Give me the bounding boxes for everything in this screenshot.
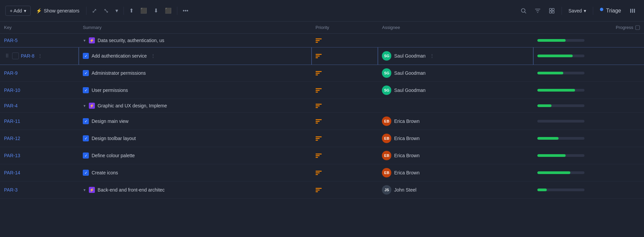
priority-bar-top xyxy=(316,71,322,72)
key-cell: PAR-12 xyxy=(0,130,79,147)
svg-rect-4 xyxy=(549,11,551,13)
more-options-button[interactable]: ••• xyxy=(180,6,191,16)
expand-arrow[interactable]: ▼ xyxy=(83,39,86,42)
view-options-button[interactable] xyxy=(546,6,558,16)
summary-cell: ▼ ⚡ Graphic and UX design, Impleme xyxy=(79,99,312,113)
avatar: SG xyxy=(382,86,391,95)
more-icon: ••• xyxy=(183,8,188,14)
key-text[interactable]: PAR-10 xyxy=(4,88,20,93)
download-icon: ⬇ xyxy=(154,7,158,14)
assignee-name: Erica Brown xyxy=(394,153,419,158)
task-icon: ✓ xyxy=(83,118,89,124)
assignee-cell: SG Saul Goodman ⋮ xyxy=(378,47,533,65)
show-generators-button[interactable]: ⚡ Show generators xyxy=(32,6,83,15)
table-row: PAR-10 ✓ User permissions SG xyxy=(0,82,644,99)
key-text[interactable]: PAR-14 xyxy=(4,170,20,175)
progress-cell xyxy=(533,113,644,130)
table-row: ⠿ PAR-8 ⋮ ✓ Add authentication service ⋮ xyxy=(0,47,644,65)
priority-bars xyxy=(316,188,322,192)
download-button[interactable]: ⬇ xyxy=(151,5,161,16)
upload-button[interactable]: ⬆ xyxy=(127,5,136,16)
progress-bar-fill xyxy=(537,55,573,57)
dropdown-button[interactable]: ▾ xyxy=(113,5,121,16)
priority-cell xyxy=(312,181,378,199)
summary-text[interactable]: Design toolbar layout xyxy=(92,136,136,141)
summary-text[interactable]: Define colour palette xyxy=(92,153,135,158)
toolbar-left: + Add ▾ ⚡ Show generators ⤢ ⤡ ▾ ⬆ xyxy=(5,5,515,16)
summary-text[interactable]: Create icons xyxy=(92,170,118,175)
separator-1 xyxy=(86,7,86,15)
key-cell-content: PAR-13 xyxy=(4,153,75,158)
priority-bar-mid xyxy=(316,56,320,57)
priority-bars xyxy=(316,71,322,75)
svg-rect-8 xyxy=(634,9,635,13)
key-cell-content: PAR-3 xyxy=(4,187,75,193)
summary-text[interactable]: Add authentication service xyxy=(92,53,147,59)
filter-table-button[interactable]: ⬛ xyxy=(138,5,150,16)
key-text[interactable]: PAR-12 xyxy=(4,136,20,141)
assignee-cell: SG Saul Goodman xyxy=(378,82,533,99)
priority-bars xyxy=(316,54,322,58)
summary-cell-content: ✓ Define colour palette xyxy=(83,153,308,159)
col-header-assignee: Assignee xyxy=(378,22,533,34)
drag-handle[interactable]: ⠿ xyxy=(4,52,10,60)
priority-bar-top xyxy=(316,188,322,189)
avatar: EB xyxy=(382,151,391,160)
avatar: EB xyxy=(382,134,391,143)
add-button[interactable]: + Add ▾ xyxy=(5,6,31,16)
col-header-summary: Summary xyxy=(79,22,312,34)
table-view-button[interactable]: ⬛ xyxy=(162,5,174,16)
epic-icon: ⚡ xyxy=(89,187,95,193)
triage-section: Triage xyxy=(597,8,624,14)
key-text[interactable]: PAR-11 xyxy=(4,118,20,124)
search-button[interactable] xyxy=(518,6,529,16)
priority-bars xyxy=(316,38,322,43)
assignee-more-icon[interactable]: ⋮ xyxy=(428,52,436,60)
add-label: + Add xyxy=(10,8,22,13)
avatar: EB xyxy=(382,116,391,126)
priority-bars xyxy=(316,171,322,175)
compress-button[interactable]: ⤡ xyxy=(101,5,111,16)
assignee-cell-content: EB Erica Brown xyxy=(382,168,529,177)
saved-button[interactable]: Saved ▾ xyxy=(566,6,589,15)
bars-button[interactable] xyxy=(627,5,639,16)
separator-4 xyxy=(562,7,562,15)
summary-text[interactable]: Design main view xyxy=(92,118,129,124)
progress-bar-container xyxy=(537,189,584,191)
expand-arrow[interactable]: ▼ xyxy=(83,188,86,192)
progress-cell xyxy=(533,130,644,147)
priority-bar-bot xyxy=(316,157,318,158)
key-cell-content: PAR-4 xyxy=(4,103,75,108)
progress-bar-fill xyxy=(537,154,566,157)
key-text[interactable]: PAR-4 xyxy=(4,103,17,108)
key-cell-content: PAR-12 xyxy=(4,136,75,141)
key-text[interactable]: PAR-5 xyxy=(4,38,17,43)
add-dropdown-icon: ▾ xyxy=(24,8,26,13)
key-text[interactable]: PAR-9 xyxy=(4,70,17,76)
summary-text[interactable]: User permissions xyxy=(92,88,128,93)
summary-text: Back-end and front-end architec xyxy=(98,187,165,193)
summary-more-icon[interactable]: ⋮ xyxy=(149,52,157,60)
summary-text[interactable]: Administrator permissions xyxy=(92,70,146,76)
priority-indicator xyxy=(316,188,374,192)
priority-cell xyxy=(312,65,378,82)
priority-indicator xyxy=(316,54,374,58)
table-row: PAR-5 ▼ ⚡ Data security, authentication,… xyxy=(0,34,644,47)
funnel-button[interactable] xyxy=(532,6,543,16)
bars-icon xyxy=(629,7,636,14)
summary-cell: ✓ Administrator permissions xyxy=(79,65,312,82)
assignee-cell-content: SG Saul Goodman ⋮ xyxy=(382,51,529,61)
expand-arrow[interactable]: ▼ xyxy=(83,104,86,108)
priority-indicator xyxy=(316,38,374,43)
key-text[interactable]: PAR-13 xyxy=(4,153,20,158)
progress-bar-fill xyxy=(537,137,559,140)
expand-button[interactable]: ⤢ xyxy=(89,5,100,16)
key-text[interactable]: PAR-8 xyxy=(21,53,34,59)
priority-bar-bot xyxy=(316,74,318,75)
assignee-name: Erica Brown xyxy=(394,136,419,141)
priority-bar-mid xyxy=(316,138,320,139)
row-checkbox[interactable] xyxy=(12,53,19,59)
key-text[interactable]: PAR-3 xyxy=(4,187,17,193)
row-more-icon[interactable]: ⋮ xyxy=(36,52,44,60)
key-cell-content: PAR-11 xyxy=(4,118,75,124)
